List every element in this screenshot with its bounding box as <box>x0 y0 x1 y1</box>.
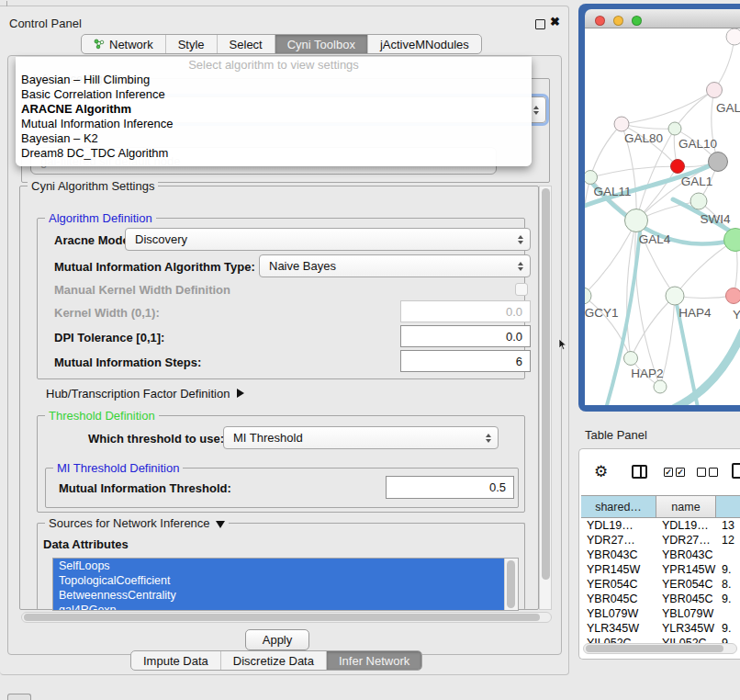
algorithm-option[interactable]: Bayesian – K2 <box>16 131 532 146</box>
table-row[interactable]: YLR345WYLR345W9. <box>581 621 739 636</box>
attribute-item[interactable]: BetweennessCentrality <box>53 588 518 603</box>
sources-title: Sources for Network Inference <box>49 516 210 530</box>
attribute-item[interactable]: SelfLoops <box>53 559 518 573</box>
network-node-mini-node[interactable] <box>654 380 667 393</box>
algorithm-popup: Select algorithm to view settings Bayesi… <box>16 57 532 166</box>
tab-infer-network[interactable]: Infer Network <box>327 651 421 670</box>
algorithm-option[interactable]: ARACNE Algorithm <box>16 102 532 117</box>
document-icon[interactable] <box>732 463 740 479</box>
network-edge[interactable] <box>675 90 714 129</box>
columns-icon[interactable] <box>632 465 647 479</box>
settings-hscrollbar[interactable] <box>21 612 552 623</box>
table-row[interactable]: YPR145WYPR145W9. <box>581 562 739 577</box>
hub-factor-expander[interactable]: Hub/Transcription Factor Definition <box>46 387 244 401</box>
manual-kernel-checkbox[interactable] <box>515 283 528 296</box>
tab-discretize-data[interactable]: Discretize Data <box>221 651 327 670</box>
tab-select[interactable]: Select <box>218 35 275 53</box>
table-row[interactable]: YBL079WYBL079W <box>581 606 739 621</box>
network-edge[interactable] <box>675 240 735 296</box>
dpi-tolerance-input[interactable]: 0.0 <box>400 325 531 347</box>
cyni-algorithm-settings-group: Cyni Algorithm Settings Algorithm Defini… <box>19 186 539 610</box>
float-panel-icon[interactable] <box>535 19 545 29</box>
mi-threshold-input[interactable]: 0.5 <box>386 476 514 499</box>
tab-label: Select <box>230 38 263 51</box>
tab-style[interactable]: Style <box>166 35 218 53</box>
close-window-icon[interactable] <box>595 16 605 26</box>
network-edge[interactable] <box>590 124 622 177</box>
close-icon[interactable]: ✖ <box>550 15 560 28</box>
kernel-width-input[interactable]: 0.0 <box>400 300 531 322</box>
tab-network[interactable]: Network <box>82 35 166 53</box>
attribute-item[interactable]: TopologicalCoefficient <box>53 573 518 588</box>
maximize-window-icon[interactable] <box>632 16 642 26</box>
sources-title-wrap[interactable]: Sources for Network Inference <box>45 516 229 530</box>
network-edge[interactable] <box>585 177 590 296</box>
algorithm-option[interactable]: Dream8 DC_TDC Algorithm <box>16 146 532 161</box>
network-edge[interactable] <box>631 296 675 358</box>
mi-steps-input[interactable]: 6 <box>400 350 531 372</box>
network-node-ring-node[interactable] <box>726 28 740 45</box>
tab-impute-data[interactable]: Impute Data <box>131 651 221 670</box>
mi-threshold-group: MI Threshold Definition Mutual Informati… <box>45 468 519 508</box>
algorithm-option[interactable]: Bayesian – Hill Climbing <box>16 73 532 87</box>
collapsed-panel-stub[interactable] <box>7 694 31 700</box>
mi-type-combo[interactable]: Naive Bayes <box>259 254 531 277</box>
settings-vscrollbar[interactable] <box>539 186 552 610</box>
aracne-mode-value: Discovery <box>135 232 187 246</box>
tab-jactivemnodules[interactable]: jActiveMNodules <box>368 35 481 53</box>
which-threshold-combo[interactable]: MI Threshold <box>223 426 499 449</box>
network-node-y[interactable] <box>726 288 740 304</box>
table-cell: 9. <box>716 592 739 606</box>
column-header-shared[interactable]: shared… <box>581 496 656 517</box>
network-window-titlebar[interactable] <box>585 9 740 28</box>
attributes-vscrollbar[interactable] <box>504 559 518 610</box>
tab-label: Cyni Toolbox <box>287 38 355 51</box>
network-node-gray-node[interactable] <box>709 152 728 172</box>
data-attributes-list[interactable]: SelfLoopsTopologicalCoefficientBetweenne… <box>52 558 519 611</box>
network-node-gal4[interactable] <box>625 209 648 232</box>
table-cell: YDR27… <box>656 533 716 548</box>
aracne-mode-combo[interactable]: Discovery <box>125 228 531 251</box>
table-row[interactable]: YIL052CYIL052C9 <box>581 636 739 643</box>
minimize-window-icon[interactable] <box>613 16 623 26</box>
apply-button[interactable]: Apply <box>245 629 309 650</box>
tab-label: Style <box>178 38 205 51</box>
table-row[interactable]: YER054CYER054C8. <box>581 577 739 592</box>
table-hscrollbar[interactable] <box>583 643 737 654</box>
table-row[interactable]: YBR043CYBR043C <box>581 548 739 562</box>
control-panel-tabbar: NetworkStyleSelectCyni ToolboxjActiveMNo… <box>81 34 482 54</box>
select-all-columns-icon[interactable]: ✓✓ <box>664 468 685 477</box>
table-row[interactable]: YDR27…YDR27…12 <box>581 533 739 548</box>
dpi-tolerance-label: DPI Tolerance [0,1]: <box>54 331 164 344</box>
node-label: GCY1 <box>585 306 618 320</box>
sources-group: Sources for Network Inference Data Attri… <box>37 523 525 610</box>
table-cell: YBR043C <box>656 548 716 562</box>
network-node-big-green[interactable] <box>724 229 740 252</box>
unselect-all-columns-icon[interactable] <box>697 468 718 477</box>
algorithm-option[interactable]: Mutual Information Inference <box>16 117 532 131</box>
network-node-gal10[interactable] <box>668 122 681 135</box>
network-node-gal80[interactable] <box>614 117 629 131</box>
table-row[interactable]: YDL19…YDL19…13 <box>581 518 739 533</box>
table-row[interactable]: YBR045CYBR045C9. <box>581 592 739 606</box>
network-node-swi4[interactable] <box>690 193 707 209</box>
algorithm-option[interactable]: Basic Correlation Inference <box>16 87 532 102</box>
network-node-hap2[interactable] <box>624 352 638 366</box>
aracne-mode-label: Aracne Mode: <box>54 233 133 247</box>
network-canvas[interactable]: GALGAL80GAL10GAL1GAL11SWI4GAL4GCY1HAP4YH… <box>585 28 740 405</box>
cyni-bottom-tabbar: Impute DataDiscretize DataInfer Network <box>130 650 422 671</box>
network-node-gal1[interactable] <box>671 160 685 174</box>
table-cell: YBR045C <box>656 592 716 606</box>
gear-icon[interactable]: ⚙ <box>594 464 608 480</box>
column-header-name[interactable]: name <box>656 496 716 517</box>
network-node-hap4[interactable] <box>666 287 684 305</box>
column-header-extra[interactable] <box>716 496 740 517</box>
threshold-definition-title: Threshold Definition <box>45 409 159 423</box>
network-edge[interactable] <box>585 220 636 296</box>
table-body: YDL19…YDL19…13YDR27…YDR27…12YBR043CYBR04… <box>581 518 739 643</box>
attribute-item[interactable]: gal4RGexp <box>53 603 518 611</box>
network-edge[interactable] <box>622 90 714 124</box>
network-node-gal[interactable] <box>707 83 723 98</box>
network-node-gal11[interactable] <box>585 171 598 185</box>
tab-cyni-toolbox[interactable]: Cyni Toolbox <box>275 35 368 53</box>
